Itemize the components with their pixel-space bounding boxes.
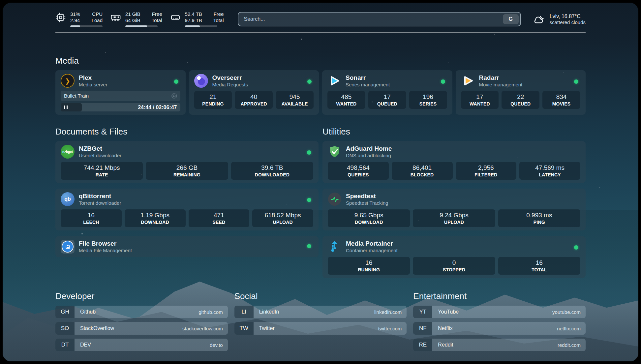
stat-approved: 40APPROVED bbox=[235, 91, 273, 109]
pause-button[interactable] bbox=[61, 103, 82, 111]
service-description: Container management bbox=[346, 248, 398, 254]
weather-location-temp: Lviv, 16.87°C bbox=[550, 14, 586, 19]
search-bar[interactable]: G bbox=[238, 12, 521, 26]
section-title-documents: Documents & Files bbox=[55, 127, 319, 137]
cpu-icon bbox=[55, 12, 66, 23]
search-provider-button[interactable]: G bbox=[503, 14, 519, 24]
plex-icon: ❯ bbox=[61, 74, 75, 88]
memory-total-value: 64 GiB bbox=[125, 17, 140, 23]
cpu-usage-value: 31% bbox=[70, 11, 80, 17]
section-title-media: Media bbox=[55, 56, 586, 66]
service-card-filebrowser[interactable]: File Browser Media File Management bbox=[55, 236, 319, 257]
service-description: Torrent downloader bbox=[79, 200, 121, 206]
status-dot bbox=[307, 150, 311, 155]
bookmark-abbr: YT bbox=[413, 306, 432, 318]
bookmark-name: Twitter bbox=[254, 322, 275, 335]
stat-wanted: 485WANTED bbox=[327, 91, 365, 109]
section-title-utilities: Utilities bbox=[322, 127, 586, 137]
bookmark-url: twitter.com bbox=[378, 322, 407, 335]
stat-ping: 0.993 msPING bbox=[498, 209, 580, 227]
bookmark-name: Reddit bbox=[432, 339, 453, 351]
resource-widgets: 31% CPU 2.94 Load 21 GiB Free 64 GiB Tot… bbox=[55, 11, 224, 27]
bookmark-abbr: LI bbox=[234, 306, 254, 318]
bookmark-name: StackOverflow bbox=[75, 322, 114, 335]
disk-progress-fill bbox=[185, 25, 200, 27]
service-card-qbittorrent[interactable]: qb qBittorrent Torrent downloader 16LEEC… bbox=[55, 189, 319, 230]
portainer-crane-icon bbox=[328, 240, 342, 254]
stat-latency: 47.569 msLATENCY bbox=[519, 162, 580, 180]
service-name: Plex bbox=[79, 74, 107, 82]
sonarr-icon bbox=[327, 74, 341, 88]
bookmark-group-title: Developer bbox=[55, 291, 228, 301]
top-bar: 31% CPU 2.94 Load 21 GiB Free 64 GiB Tot… bbox=[55, 11, 586, 27]
stat-upload: 618.52 MbpsUPLOAD bbox=[252, 209, 313, 227]
cpu-usage-label: CPU bbox=[91, 11, 103, 17]
bookmark-netflix[interactable]: NF Netflix netflix.com bbox=[413, 322, 586, 335]
service-name: NZBGet bbox=[79, 145, 121, 153]
memory-free-value: 21 GiB bbox=[125, 11, 140, 17]
service-card-overseerr[interactable]: Overseerr Media Requests 21PENDING 40APP… bbox=[189, 70, 319, 115]
service-description: Media server bbox=[79, 82, 107, 88]
service-name: AdGuard Home bbox=[346, 145, 392, 153]
status-dot bbox=[574, 245, 578, 250]
bookmark-url: dev.to bbox=[210, 339, 228, 351]
bookmark-abbr: RE bbox=[413, 339, 432, 351]
memory-free-label: Free bbox=[152, 11, 162, 17]
bookmark-abbr: SO bbox=[55, 322, 75, 335]
bookmark-url: youtube.com bbox=[552, 306, 586, 318]
service-card-sonarr[interactable]: Sonarr Series management 485WANTED 17QUE… bbox=[322, 70, 452, 115]
service-card-nzbget[interactable]: nzbget NZBGet Usenet downloader 744.21 M… bbox=[55, 141, 319, 183]
bookmark-group-title: Entertainment bbox=[413, 291, 586, 301]
status-dot bbox=[441, 79, 445, 84]
stat-queued: 22QUEUED bbox=[502, 91, 539, 109]
service-name: Speedtest bbox=[346, 192, 388, 200]
service-card-plex[interactable]: ❯ Plex Media server Bullet Train bbox=[55, 70, 186, 115]
bookmark-group-title: Social bbox=[234, 291, 407, 301]
bookmark-dev[interactable]: DT DEV dev.to bbox=[55, 339, 228, 351]
stat-series: 196SERIES bbox=[409, 91, 447, 109]
status-dot bbox=[307, 244, 311, 248]
stat-blocked: 86,401BLOCKED bbox=[392, 162, 453, 180]
bookmark-reddit[interactable]: RE Reddit reddit.com bbox=[413, 339, 586, 351]
cpu-progress-bar bbox=[70, 25, 103, 27]
status-dot bbox=[174, 79, 178, 84]
section-documents: Documents & Files nzbget NZBGet Usenet d… bbox=[55, 127, 319, 278]
cpu-load-label: Load bbox=[91, 17, 103, 23]
disk-progress-bar bbox=[185, 25, 217, 27]
stat-stopped: 0STOPPED bbox=[413, 257, 495, 275]
now-playing-row: Bullet Train bbox=[61, 91, 180, 101]
snow-specks bbox=[3, 3, 3, 3]
stat-running: 16RUNNING bbox=[328, 257, 410, 275]
bookmark-github[interactable]: GH Github github.com bbox=[55, 306, 228, 318]
stat-remaining: 266 GBREMAINING bbox=[146, 162, 228, 180]
status-dot bbox=[574, 79, 578, 84]
bookmark-twitter[interactable]: TW Twitter twitter.com bbox=[234, 322, 407, 335]
disk-icon bbox=[170, 12, 181, 23]
bookmark-abbr: DT bbox=[55, 339, 75, 351]
service-name: Media Portainer bbox=[346, 240, 398, 248]
service-description: Media Requests bbox=[212, 82, 248, 88]
cpu-progress-fill bbox=[70, 25, 80, 27]
stat-total: 16TOTAL bbox=[498, 257, 580, 275]
topbar-divider bbox=[55, 32, 586, 33]
service-description: Media File Management bbox=[79, 248, 132, 254]
stat-movies: 834MOVIES bbox=[542, 91, 580, 109]
bookmark-name: DEV bbox=[75, 339, 91, 351]
service-description: DNS and adblocking bbox=[346, 153, 392, 159]
service-description: Speedtest Tracking bbox=[346, 200, 388, 206]
bookmark-linkedin[interactable]: LI LinkedIn linkedin.com bbox=[234, 306, 407, 318]
service-card-portainer[interactable]: Media Portainer Container management 16R… bbox=[322, 236, 586, 278]
bookmark-stackoverflow[interactable]: SO StackOverflow stackoverflow.com bbox=[55, 322, 228, 335]
dashboard-page: 31% CPU 2.94 Load 21 GiB Free 64 GiB Tot… bbox=[3, 3, 638, 361]
now-playing-view-icon[interactable] bbox=[171, 93, 177, 99]
stat-seed: 471SEED bbox=[189, 209, 250, 227]
service-card-speedtest[interactable]: Speedtest Speedtest Tracking 9.65 GbpsDO… bbox=[322, 189, 586, 230]
service-card-adguard[interactable]: AdGuard Home DNS and adblocking 498,564Q… bbox=[322, 141, 586, 183]
service-card-radarr[interactable]: Radarr Movie management 17WANTED 22QUEUE… bbox=[456, 70, 586, 115]
playback-time: 24:44 / 02:06:47 bbox=[138, 105, 177, 110]
service-description: Usenet downloader bbox=[79, 153, 121, 159]
search-input[interactable] bbox=[243, 16, 503, 22]
playback-progress-row: 24:44 / 02:06:47 bbox=[61, 103, 180, 111]
service-name: Overseerr bbox=[212, 74, 248, 82]
bookmark-youtube[interactable]: YT YouTube youtube.com bbox=[413, 306, 586, 318]
